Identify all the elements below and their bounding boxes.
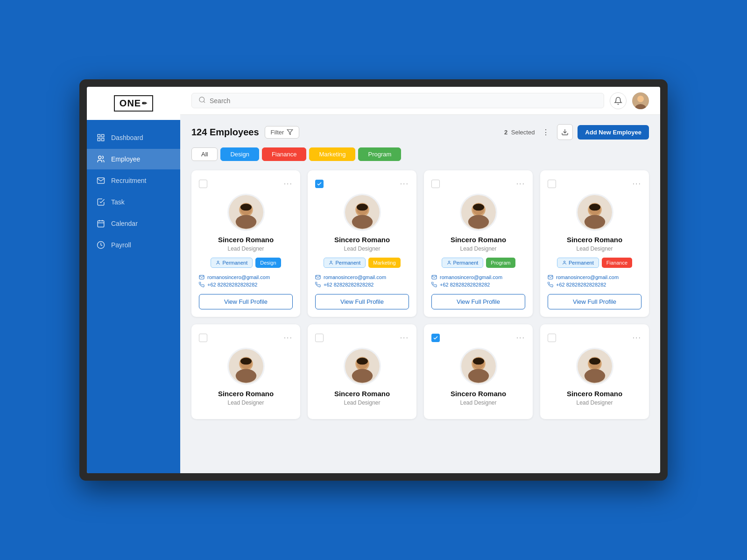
category-program-button[interactable]: Program bbox=[358, 147, 401, 161]
card-top-5: ··· bbox=[199, 334, 293, 342]
employee-count: 124 Employees bbox=[191, 127, 259, 138]
task-icon bbox=[96, 197, 106, 207]
employee-card-2: ··· Sincero Romano Lea bbox=[308, 170, 416, 317]
filter-button[interactable]: Filter bbox=[265, 126, 300, 139]
view-profile-button-1[interactable]: View Full Profile bbox=[199, 294, 293, 309]
card-menu-1[interactable]: ··· bbox=[284, 180, 293, 188]
svg-point-54 bbox=[472, 358, 484, 365]
card-menu-8[interactable]: ··· bbox=[633, 334, 641, 342]
card-menu-4[interactable]: ··· bbox=[633, 180, 641, 188]
svg-rect-3 bbox=[102, 139, 104, 141]
dept-badge-2: Marketing bbox=[368, 258, 400, 268]
employee-role-4: Lead Designer bbox=[576, 245, 613, 252]
card-menu-5[interactable]: ··· bbox=[284, 334, 293, 342]
logo-pencil-icon: ✏ bbox=[142, 100, 148, 107]
svg-point-44 bbox=[240, 358, 251, 365]
employee-avatar-6 bbox=[344, 348, 381, 385]
employee-role-6: Lead Designer bbox=[344, 399, 380, 406]
card-checkbox-3[interactable] bbox=[431, 180, 440, 188]
category-design-button[interactable]: Design bbox=[220, 147, 259, 161]
sidebar-nav: Dashboard Employee Recruitment bbox=[87, 120, 180, 263]
selected-info: 2 Selected bbox=[504, 129, 535, 136]
logo-area: ONE ✏ bbox=[87, 87, 180, 120]
search-icon bbox=[198, 96, 206, 105]
employee-phone-1: +62 82828282828282 bbox=[207, 282, 257, 287]
card-checkbox-6[interactable] bbox=[315, 334, 324, 342]
sidebar-item-calendar[interactable]: Calendar bbox=[87, 213, 180, 234]
sidebar: ONE ✏ Dashboard Employee bbox=[87, 87, 180, 473]
sidebar-item-employee[interactable]: Employee bbox=[87, 149, 180, 169]
email-row-4: romanosincero@gmail.com bbox=[548, 274, 641, 280]
employee-name-7: Sincero Romano bbox=[451, 390, 506, 398]
search-container[interactable] bbox=[191, 93, 604, 108]
svg-point-58 bbox=[584, 369, 605, 383]
notification-button[interactable] bbox=[610, 92, 627, 109]
card-checkbox-5[interactable] bbox=[199, 334, 207, 342]
employee-avatar-8 bbox=[576, 348, 613, 385]
download-button[interactable] bbox=[557, 124, 573, 140]
svg-point-12 bbox=[637, 96, 644, 102]
svg-rect-2 bbox=[98, 139, 100, 141]
card-checkbox-2[interactable] bbox=[315, 180, 324, 188]
sidebar-item-task[interactable]: Task bbox=[87, 192, 180, 212]
content-area: 124 Employees Filter 2 Selected ⋮ bbox=[180, 115, 660, 473]
card-menu-7[interactable]: ··· bbox=[516, 334, 525, 342]
search-input[interactable] bbox=[210, 97, 597, 105]
selected-label-text: Selected bbox=[511, 129, 535, 136]
view-profile-button-4[interactable]: View Full Profile bbox=[548, 294, 641, 309]
svg-point-53 bbox=[468, 369, 488, 383]
sidebar-item-recruitment[interactable]: Recruitment bbox=[87, 170, 180, 191]
category-fianance-button[interactable]: Fianance bbox=[262, 147, 306, 161]
dept-badge-3: Program bbox=[486, 258, 515, 268]
add-employee-button[interactable]: Add New Employee bbox=[578, 125, 649, 140]
monitor: ONE ✏ Dashboard Employee bbox=[79, 79, 668, 481]
employee-phone-2: +62 82828282828282 bbox=[324, 282, 374, 287]
svg-point-25 bbox=[352, 215, 372, 229]
card-checkbox-8[interactable] bbox=[548, 334, 556, 342]
employee-name-3: Sincero Romano bbox=[451, 236, 506, 244]
user-avatar[interactable] bbox=[632, 92, 649, 109]
employee-avatar-2 bbox=[344, 194, 381, 231]
card-top-2: ··· bbox=[315, 180, 409, 188]
employee-name-6: Sincero Romano bbox=[334, 390, 390, 398]
category-all-button[interactable]: All bbox=[191, 147, 218, 161]
view-profile-button-3[interactable]: View Full Profile bbox=[431, 294, 525, 309]
employee-contact-3: romanosincero@gmail.com +62 828282828282… bbox=[431, 274, 525, 287]
employee-role-7: Lead Designer bbox=[460, 399, 496, 406]
card-menu-6[interactable]: ··· bbox=[400, 334, 409, 342]
svg-point-39 bbox=[564, 261, 565, 262]
permanent-badge-4: Permanent bbox=[557, 258, 599, 268]
card-checkbox-4[interactable] bbox=[548, 180, 556, 188]
employee-role-3: Lead Designer bbox=[460, 245, 496, 252]
card-checkbox-1[interactable] bbox=[199, 180, 207, 188]
card-menu-3[interactable]: ··· bbox=[516, 180, 525, 188]
employee-avatar-3 bbox=[460, 194, 497, 231]
svg-point-49 bbox=[356, 358, 367, 365]
employee-name-2: Sincero Romano bbox=[334, 236, 390, 244]
employee-badges-1: Permanent Design bbox=[211, 258, 281, 268]
employee-role-1: Lead Designer bbox=[227, 245, 264, 252]
card-top-6: ··· bbox=[315, 334, 409, 342]
card-checkbox-7[interactable] bbox=[431, 334, 440, 342]
toolbar-left: 124 Employees Filter bbox=[191, 126, 299, 139]
sidebar-item-label: Dashboard bbox=[111, 134, 143, 141]
phone-row-1: +62 82828282828282 bbox=[199, 282, 293, 287]
employee-phone-3: +62 82828282828282 bbox=[440, 282, 490, 287]
card-menu-2[interactable]: ··· bbox=[400, 180, 409, 188]
permanent-badge-2: Permanent bbox=[324, 258, 366, 268]
svg-point-4 bbox=[99, 156, 101, 159]
svg-marker-14 bbox=[288, 130, 293, 135]
phone-row-4: +62 82828282828282 bbox=[548, 282, 641, 287]
card-top-7: ··· bbox=[431, 334, 525, 342]
more-options-button[interactable]: ⋮ bbox=[539, 126, 552, 139]
view-profile-button-2[interactable]: View Full Profile bbox=[315, 294, 409, 309]
sidebar-item-payroll[interactable]: Payroll bbox=[87, 235, 180, 255]
card-top-8: ··· bbox=[548, 334, 641, 342]
dept-badge-1: Design bbox=[255, 258, 281, 268]
category-marketing-button[interactable]: Marketing bbox=[309, 147, 355, 161]
screen: ONE ✏ Dashboard Employee bbox=[87, 87, 660, 473]
svg-point-20 bbox=[240, 204, 251, 211]
payroll-icon bbox=[96, 240, 106, 250]
dept-badge-4: Fianance bbox=[602, 258, 632, 268]
sidebar-item-dashboard[interactable]: Dashboard bbox=[87, 127, 180, 148]
